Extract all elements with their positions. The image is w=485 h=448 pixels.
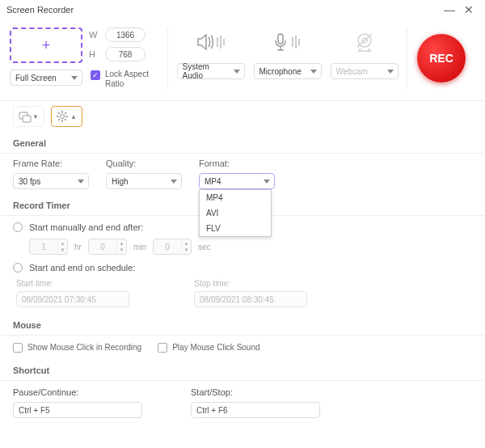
play-click-sound-label: Play Mouse Click Sound	[172, 343, 259, 352]
sources-panel: System Audio Microphone Webcam	[167, 27, 407, 89]
schedule-radio[interactable]	[13, 263, 23, 273]
frame-rate-select[interactable]: 30 fps	[13, 173, 89, 189]
quality-label: Quality:	[106, 158, 191, 168]
chevron-down-icon[interactable]: ▼	[58, 247, 67, 253]
titlebar: Screen Recorder — ✕	[0, 0, 485, 19]
hr-unit: hr	[74, 243, 82, 251]
top-panel: + W H Full Screen ✓ Lock Aspect Ratio	[0, 19, 485, 101]
svg-rect-3	[278, 34, 283, 44]
stop-time-input[interactable]: 08/09/2021 08:30:45	[194, 291, 307, 307]
play-click-sound-checkbox[interactable]	[158, 343, 167, 353]
show-mouse-click-label: Show Mouse Click in Recording	[27, 343, 141, 352]
settings-tool-button[interactable]: ▲	[51, 106, 82, 127]
show-mouse-click-checkbox[interactable]	[13, 343, 23, 353]
section-shortcut: Shortcut	[0, 359, 485, 381]
source-system-audio: System Audio	[177, 27, 245, 89]
manual-end-radio[interactable]	[13, 222, 23, 232]
width-label: W	[89, 30, 100, 40]
start-time-input[interactable]: 08/09/2021 07:30:45	[16, 291, 129, 307]
width-input[interactable]	[105, 27, 146, 42]
gear-icon	[57, 111, 68, 122]
hours-spinner[interactable]: 1▲▼	[29, 239, 68, 255]
chevron-down-icon[interactable]: ▼	[117, 247, 126, 253]
start-stop-input[interactable]: Ctrl + F6	[191, 402, 320, 418]
svg-line-19	[65, 112, 66, 114]
format-option-avi[interactable]: AVI	[200, 205, 271, 221]
window-title: Screen Recorder	[6, 5, 74, 15]
format-label: Format:	[199, 158, 284, 168]
schedule-label: Start and end on schedule:	[29, 263, 135, 273]
pause-continue-label: Pause/Continue:	[13, 387, 142, 397]
format-option-mp4[interactable]: MP4	[200, 190, 271, 205]
start-time-label: Start time:	[16, 279, 129, 288]
source-microphone: Microphone	[254, 27, 322, 89]
system-audio-select[interactable]: System Audio	[177, 63, 245, 79]
svg-line-17	[58, 112, 60, 114]
svg-line-18	[65, 119, 66, 120]
chevron-up-icon[interactable]: ▲	[117, 240, 126, 247]
format-dropdown: MP4 AVI FLV	[199, 189, 272, 237]
region-select-box[interactable]: +	[10, 27, 82, 63]
height-input[interactable]	[105, 47, 146, 61]
record-button[interactable]: REC	[417, 34, 466, 82]
format-option-flv[interactable]: FLV	[200, 221, 271, 236]
close-button[interactable]: ✕	[459, 3, 479, 16]
seconds-spinner[interactable]: 0▲▼	[153, 239, 192, 255]
section-general: General	[0, 132, 485, 154]
tablet-icon	[19, 111, 30, 122]
capture-zone: + W H Full Screen ✓ Lock Aspect Ratio	[10, 27, 167, 89]
pause-continue-input[interactable]: Ctrl + F5	[13, 402, 142, 418]
chevron-up-icon[interactable]: ▲	[58, 240, 67, 247]
chevron-up-icon[interactable]: ▲	[182, 240, 191, 247]
lock-aspect-label: Lock Aspect Ratio	[105, 70, 154, 89]
microphone-icon	[268, 27, 307, 57]
section-mouse: Mouse	[0, 314, 485, 336]
quality-select[interactable]: High	[106, 173, 182, 189]
svg-point-12	[60, 115, 64, 119]
source-webcam: Webcam	[331, 27, 399, 89]
webcam-select[interactable]: Webcam	[331, 63, 399, 79]
height-label: H	[89, 49, 100, 59]
capture-mode-select[interactable]: Full Screen	[10, 70, 82, 86]
start-stop-label: Start/Stop:	[191, 387, 320, 397]
minimize-button[interactable]: —	[440, 3, 459, 16]
minutes-spinner[interactable]: 0▲▼	[88, 239, 127, 255]
format-select[interactable]: MP4	[199, 173, 275, 189]
screenshot-tool-button[interactable]: ▼	[13, 106, 44, 127]
manual-end-label: Start manually and end after:	[29, 222, 143, 232]
stop-time-label: Stop time:	[194, 279, 307, 288]
min-unit: min	[133, 243, 146, 251]
lock-aspect-checkbox[interactable]: ✓	[91, 70, 100, 80]
chevron-down-icon[interactable]: ▼	[182, 247, 191, 253]
microphone-select[interactable]: Microphone	[254, 63, 322, 79]
toolbar: ▼ ▲	[0, 101, 485, 132]
webcam-icon	[345, 27, 384, 57]
record-zone: REC	[407, 27, 475, 89]
speaker-icon	[192, 27, 230, 57]
sec-unit: sec	[198, 243, 211, 251]
svg-rect-11	[23, 116, 31, 122]
frame-rate-label: Frame Rate:	[13, 158, 98, 168]
svg-line-20	[58, 119, 60, 120]
